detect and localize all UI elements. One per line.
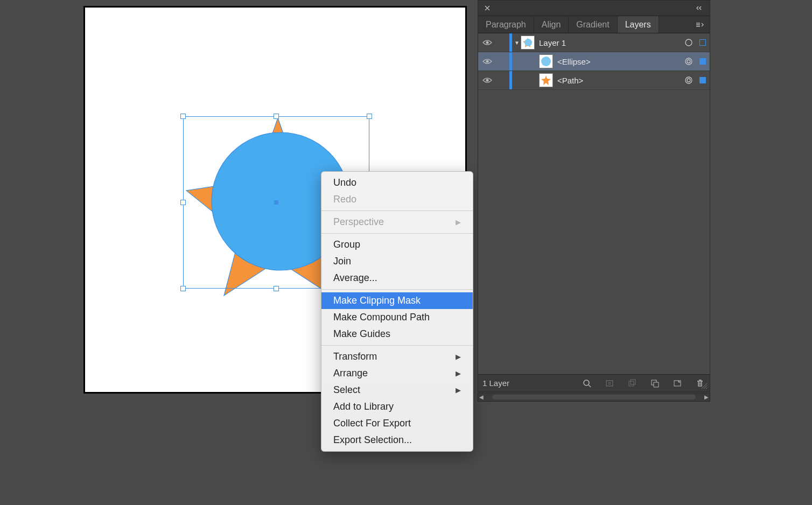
layer-name-label[interactable]: Layer 1 [539, 38, 566, 47]
context-menu-item: Perspective▶ [321, 214, 473, 230]
target-icon[interactable] [682, 76, 696, 85]
context-menu-item-label: Make Guides [333, 328, 390, 340]
panel-titlebar [478, 1, 710, 16]
context-menu-separator [321, 211, 473, 211]
selection-color-strip [509, 33, 512, 52]
context-menu-item: Redo [321, 191, 473, 208]
selection-indicator[interactable] [696, 58, 710, 65]
layer-object-row[interactable]: <Ellipse> [478, 52, 710, 71]
context-menu-item[interactable]: Make Compound Path [321, 309, 473, 326]
new-layer-icon[interactable] [672, 378, 683, 389]
locate-object-icon[interactable] [604, 378, 615, 389]
svg-point-14 [584, 380, 589, 385]
target-icon[interactable] [682, 57, 696, 66]
context-menu-item[interactable]: Collect For Export [321, 415, 473, 432]
svg-point-9 [687, 60, 690, 63]
scroll-left-arrow-icon[interactable]: ◀ [478, 394, 485, 400]
context-menu-item[interactable]: Add to Library [321, 398, 473, 415]
layer-name-label[interactable]: <Path> [557, 76, 583, 85]
svg-point-4 [524, 39, 532, 46]
selection-handle-w[interactable] [180, 200, 186, 205]
scroll-right-arrow-icon[interactable]: ▶ [703, 394, 710, 400]
context-menu-item-label: Add to Library [333, 401, 394, 412]
svg-point-2 [486, 41, 489, 44]
selection-indicator[interactable] [696, 77, 710, 83]
tab-paragraph[interactable]: Paragraph [478, 16, 534, 33]
tab-align[interactable]: Align [534, 16, 569, 33]
selection-handle-ne[interactable] [367, 114, 372, 119]
svg-point-17 [608, 382, 611, 384]
context-menu-item[interactable]: Group [321, 236, 473, 253]
close-icon[interactable] [481, 2, 493, 14]
context-menu-separator [321, 345, 473, 346]
visibility-toggle[interactable] [478, 58, 496, 65]
layer-thumbnail [539, 54, 553, 68]
search-icon[interactable] [582, 378, 592, 389]
collapse-icon[interactable] [695, 2, 706, 14]
context-menu-separator [321, 289, 473, 290]
svg-rect-18 [629, 381, 634, 386]
submenu-arrow-icon: ▶ [456, 218, 461, 226]
make-clipping-mask-icon[interactable] [627, 378, 638, 389]
tab-layers[interactable]: Layers [618, 16, 659, 33]
visibility-toggle[interactable] [478, 39, 496, 46]
context-menu-item-label: Arrange [333, 368, 368, 379]
new-sublayer-icon[interactable] [649, 378, 660, 389]
scroll-track[interactable] [492, 395, 696, 399]
svg-point-7 [541, 57, 551, 66]
context-menu-item-label: Select [333, 384, 360, 396]
svg-rect-16 [606, 381, 613, 386]
context-menu-item[interactable]: Undo [321, 174, 473, 191]
context-menu-item[interactable]: Make Guides [321, 326, 473, 342]
layer-hierarchy: <Ellipse> [513, 54, 682, 68]
context-menu-item-label: Collect For Export [333, 418, 411, 429]
selection-color-strip [509, 52, 512, 71]
context-menu-item-label: Redo [333, 194, 356, 205]
context-menu-item-label: Group [333, 239, 360, 250]
panel-horizontal-scrollbar[interactable]: ◀ ▶ [478, 392, 710, 402]
svg-point-6 [486, 60, 489, 63]
context-menu-item-label: Average... [333, 272, 377, 284]
tab-gradient[interactable]: Gradient [569, 16, 617, 33]
context-menu-item[interactable]: Select▶ [321, 382, 473, 398]
svg-line-15 [589, 385, 591, 387]
layers-panel: ParagraphAlignGradientLayers ▼Layer 1<El… [478, 0, 710, 392]
context-menu-item-label: Export Selection... [333, 434, 412, 446]
disclosure-triangle-icon[interactable]: ▼ [513, 40, 521, 46]
context-menu-item[interactable]: Make Clipping Mask [321, 292, 473, 309]
context-menu-item-label: Transform [333, 351, 377, 362]
context-menu-item[interactable]: Arrange▶ [321, 365, 473, 382]
layers-list: ▼Layer 1<Ellipse><Path> [478, 33, 710, 374]
layer-name-label[interactable]: <Ellipse> [557, 57, 591, 66]
target-icon[interactable] [682, 38, 696, 47]
context-menu-item[interactable]: Join [321, 253, 473, 270]
selection-handle-sw[interactable] [180, 286, 186, 291]
selection-handle-n[interactable] [274, 114, 279, 119]
selection-handle-s[interactable] [274, 286, 279, 291]
context-menu-item[interactable]: Export Selection... [321, 432, 473, 448]
layer-object-row[interactable]: <Path> [478, 71, 710, 90]
svg-marker-11 [541, 75, 551, 85]
context-menu-item-label: Make Compound Path [333, 312, 430, 323]
context-menu-item[interactable]: Average... [321, 270, 473, 286]
svg-point-12 [685, 77, 692, 83]
resize-grip-icon[interactable] [701, 382, 708, 390]
panel-tabs: ParagraphAlignGradientLayers [478, 16, 710, 33]
panel-menu-icon[interactable] [696, 16, 710, 33]
svg-point-10 [486, 79, 489, 82]
layer-row[interactable]: ▼Layer 1 [478, 33, 710, 52]
selection-center [274, 200, 278, 205]
svg-point-13 [687, 79, 690, 82]
visibility-toggle[interactable] [478, 77, 496, 83]
context-menu-item[interactable]: Transform▶ [321, 348, 473, 365]
svg-rect-19 [631, 380, 635, 384]
submenu-arrow-icon: ▶ [456, 386, 461, 394]
selection-handle-nw[interactable] [180, 114, 186, 119]
layer-count-label: 1 Layer [482, 378, 509, 388]
context-menu: UndoRedoPerspective▶GroupJoinAverage...M… [321, 171, 473, 452]
context-menu-item-label: Perspective [333, 216, 384, 228]
selection-indicator[interactable] [696, 39, 710, 46]
panel-footer: 1 Layer [478, 374, 710, 391]
submenu-arrow-icon: ▶ [456, 369, 461, 377]
layer-thumbnail [521, 36, 535, 50]
